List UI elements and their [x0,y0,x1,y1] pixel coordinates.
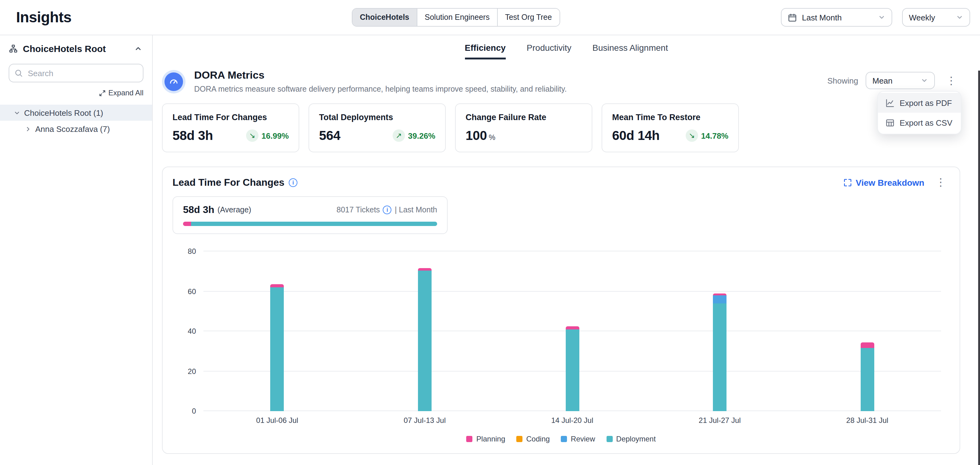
stacked-bar[interactable] [861,251,874,411]
export-pdf-label: Export as PDF [900,98,952,107]
summary-period: | Last Month [395,206,437,214]
sidebar-title: ChoiceHotels Root [23,43,128,54]
dora-metrics-icon [162,70,186,93]
calendar-icon [788,13,797,22]
granularity-select[interactable]: Weekly [902,8,970,27]
expand-all-icon [99,89,106,96]
x-axis-labels: 01 Jul-06 Jul07 Jul-13 Jul14 Jul-20 Jul2… [204,416,941,425]
bar-segment-planning [861,342,874,348]
metric-card-title: Lead Time For Changes [172,113,289,122]
lead-time-section: Lead Time For Changes i View Breakdown ⋮ [162,166,960,454]
search-icon [14,69,23,80]
period-select[interactable]: Last Month [781,8,892,27]
expand-all-button[interactable]: Expand All [9,88,143,97]
legend-swatch [561,436,567,442]
bar-segment-planning [565,326,579,329]
legend-item-review[interactable]: Review [561,435,595,443]
bar-segment-deployment [565,329,579,411]
metric-card-lead-time: Lead Time For Changes 58d 3h ↘ 16.99% [162,104,299,152]
info-icon[interactable]: i [383,206,392,214]
lead-time-title: Lead Time For Changes [172,177,285,188]
export-csv-item[interactable]: Export as CSV [878,113,961,133]
tab-efficiency[interactable]: Efficiency [465,43,506,59]
export-csv-label: Export as CSV [900,118,953,127]
view-breakdown-label: View Breakdown [856,177,924,187]
metric-card-unit: % [489,133,495,142]
tab-productivity[interactable]: Productivity [527,43,572,59]
metric-card-value: 60d 14h [612,128,660,143]
trend-badge: ↗ 39.26% [393,129,435,142]
org-switcher: ChoiceHotels Solution Engineers Test Org… [352,8,560,27]
chevron-right-icon [25,125,32,132]
tree-node-label: Anna Scozzafava (7) [35,124,110,133]
collapse-sidebar-button[interactable] [133,43,143,54]
phase-progress-bar [183,222,437,226]
org-chart-icon [9,44,18,53]
lead-time-chart-plot: 020406080 [204,251,941,411]
metric-card-value: 58d 3h [172,128,213,143]
view-tabs: Efficiency Productivity Business Alignme… [153,43,980,59]
org-tab-solution-engineers[interactable]: Solution Engineers [417,9,498,26]
search-input[interactable] [9,64,143,82]
tree-node-child[interactable]: Anna Scozzafava (7) [0,121,152,137]
chevron-up-icon [134,45,142,53]
legend-swatch [466,436,473,442]
legend-swatch [516,436,522,442]
x-axis-label: 07 Jul-13 Jul [351,416,498,425]
lead-time-summary-card: 58d 3h (Average) 8017 Tickets i | Last M… [172,196,448,234]
stacked-bar[interactable] [418,251,431,411]
trend-percent: 14.78% [701,131,729,140]
y-axis-tick: 60 [177,287,196,296]
dora-metrics-title: DORA Metrics [194,69,567,82]
org-tree-sidebar: ChoiceHotels Root Expand All [0,35,153,465]
metric-card-title: Total Deployments [319,113,435,122]
tab-business-alignment[interactable]: Business Alignment [592,43,668,59]
stacked-bar[interactable] [565,251,579,411]
x-axis-label: 21 Jul-27 Jul [646,416,794,425]
stacked-bar[interactable] [270,251,284,411]
export-pdf-item[interactable]: Export as PDF [878,93,961,113]
scrollbar[interactable] [978,70,980,465]
summary-tickets: 8017 Tickets [337,206,380,214]
header-controls: Last Month Weekly [781,8,970,27]
progress-segment-planning [183,222,191,226]
summary-qualifier: (Average) [217,206,251,214]
tree-node-label: ChoiceHotels Root (1) [24,108,103,117]
legend-item-deployment[interactable]: Deployment [606,435,656,443]
lead-time-chart: 020406080 01 Jul-06 Jul07 Jul-13 Jul14 J… [172,251,950,447]
y-axis-tick: 80 [177,247,196,256]
legend-label: Deployment [616,435,656,443]
tree-node-root[interactable]: ChoiceHotels Root (1) [0,105,152,121]
trend-down-icon: ↘ [686,129,698,142]
info-icon[interactable]: i [289,178,298,187]
bar-segment-deployment [861,348,874,411]
line-chart-icon [885,98,895,107]
org-tab-test-org-tree[interactable]: Test Org Tree [498,9,559,26]
metric-cards: Lead Time For Changes 58d 3h ↘ 16.99% To… [162,104,960,152]
chevron-down-icon [14,109,21,116]
granularity-select-value: Weekly [909,13,951,22]
showing-label: Showing [827,76,858,85]
view-breakdown-button[interactable]: View Breakdown [843,177,924,187]
metric-card-mttr: Mean Time To Restore 60d 14h ↘ 14.78% [601,104,739,152]
trend-badge: ↘ 16.99% [246,129,289,142]
dora-kebab-menu-button[interactable]: ⋮ [942,74,960,87]
metric-card-title: Mean Time To Restore [612,113,729,122]
metric-card-failure-rate: Change Failure Rate 100% [455,104,592,152]
org-tab-choicehotels[interactable]: ChoiceHotels [352,9,417,26]
chevron-down-icon [921,77,928,84]
metric-card-value: 100 [466,128,487,142]
bar-segment-deployment [270,287,284,411]
legend-swatch [606,436,612,442]
trend-percent: 39.26% [408,131,435,140]
trend-badge: ↘ 14.78% [686,129,729,142]
legend-item-coding[interactable]: Coding [516,435,550,443]
aggregation-select-value: Mean [872,76,916,85]
metric-card-deployments: Total Deployments 564 ↗ 39.26% [309,104,446,152]
x-axis-label: 14 Jul-20 Jul [498,416,646,425]
stacked-bar[interactable] [713,251,727,411]
lead-time-kebab-menu-button[interactable]: ⋮ [932,176,950,189]
legend-item-planning[interactable]: Planning [466,435,505,443]
y-axis-tick: 40 [177,327,196,336]
aggregation-select[interactable]: Mean [865,72,935,89]
